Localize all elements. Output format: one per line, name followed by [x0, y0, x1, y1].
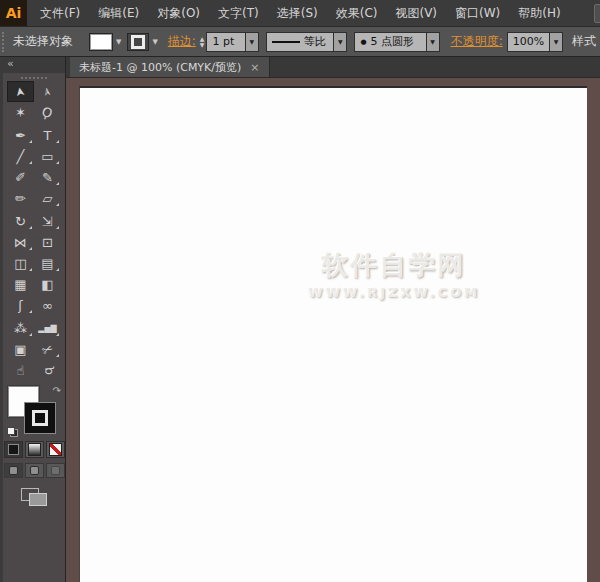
menu-item-2[interactable]: 编辑(E)	[89, 5, 148, 22]
scale-tool[interactable]: ⇲	[34, 211, 61, 232]
default-fill-stroke-icon[interactable]	[7, 427, 18, 437]
direct-selection-tool[interactable]: ➢	[34, 81, 61, 102]
fill-stroke-indicator: ↷	[3, 383, 65, 437]
document-tab-bar: 未标题-1 @ 100% (CMYK/预览) ×	[66, 57, 600, 78]
stroke-panel-link[interactable]: 描边:	[168, 33, 196, 50]
style-label: 样式	[572, 33, 596, 50]
blend-tool[interactable]: ∞	[34, 295, 61, 316]
eraser-tool-icon: ▱	[43, 191, 53, 206]
color-fill-icon	[8, 444, 19, 455]
panel-grip[interactable]	[2, 32, 8, 52]
blob-brush-tool[interactable]: ✏	[7, 188, 34, 209]
rotate-tool-icon: ↻	[15, 214, 26, 229]
menu-item-8[interactable]: 窗口(W)	[446, 5, 509, 22]
fill-color-control[interactable]: ▼	[89, 33, 121, 51]
mesh-tool-icon: ▦	[14, 277, 26, 292]
type-tool[interactable]: T	[34, 125, 61, 146]
slice-tool[interactable]: ✂	[34, 339, 61, 360]
document-tab[interactable]: 未标题-1 @ 100% (CMYK/预览) ×	[70, 57, 270, 77]
pencil-tool[interactable]: ✎	[34, 167, 61, 188]
column-graph-tool[interactable]: ▂▅▇	[34, 318, 61, 339]
document-tab-title: 未标题-1 @ 100% (CMYK/预览)	[79, 60, 241, 75]
mesh-tool[interactable]: ▦	[7, 274, 34, 295]
paintbrush-tool-icon: ✐	[15, 170, 26, 185]
menu-item-5[interactable]: 选择(S)	[268, 5, 327, 22]
paintbrush-tool[interactable]: ✐	[7, 167, 34, 188]
menu-item-1[interactable]: 文件(F)	[31, 5, 89, 22]
screen-mode-button[interactable]	[21, 488, 47, 506]
eyedropper-tool[interactable]: ʃ	[7, 295, 34, 316]
stroke-width-stepper[interactable]: ▲▼	[200, 36, 205, 48]
draw-normal-button[interactable]	[4, 463, 23, 478]
gradient-tool[interactable]: ◧	[34, 274, 61, 295]
type-tool-icon: T	[44, 128, 52, 143]
stroke-width-field[interactable]: 1 pt	[206, 32, 244, 52]
hand-tool[interactable]: ☝	[7, 360, 34, 381]
zoom-tool[interactable]: ɋ	[34, 360, 61, 381]
main-area: « ➤➢✶Ϙ✒T╱▭✐✎✏▱↻⇲⋈⊡◫▤▦◧ʃ∞⁂▂▅▇▣✂☝ɋ ↷	[0, 57, 600, 582]
width-profile-dropdown[interactable]: ▼	[333, 32, 347, 52]
artboard-canvas[interactable]: 软件自学网 WWW.RJZXW.COM	[79, 86, 587, 582]
width-tool[interactable]: ⋈	[7, 232, 34, 253]
opacity-dropdown[interactable]: ▼	[549, 32, 563, 52]
line-segment-tool[interactable]: ╱	[7, 146, 34, 167]
width-profile-field[interactable]: 等比	[266, 32, 334, 52]
menu-item-9[interactable]: 帮助(H)	[509, 5, 569, 22]
illustrator-window: Ai 文件(F)编辑(E)对象(O)文字(T)选择(S)效果(C)视图(V)窗口…	[0, 0, 600, 582]
pasteboard[interactable]: 软件自学网 WWW.RJZXW.COM	[66, 78, 600, 582]
brush-definition-field[interactable]: ● 5 点圆形	[354, 32, 425, 52]
bridge-button[interactable]: Br	[594, 4, 600, 23]
selection-tool[interactable]: ➤	[7, 81, 34, 102]
pen-tool[interactable]: ✒	[7, 125, 34, 146]
menu-item-6[interactable]: 效果(C)	[327, 5, 387, 22]
rectangle-tool[interactable]: ▭	[34, 146, 61, 167]
paint-none-button[interactable]	[46, 441, 65, 458]
stroke-proxy-swatch[interactable]	[24, 402, 56, 434]
gradient-icon	[28, 443, 41, 456]
close-icon[interactable]: ×	[250, 61, 259, 74]
draw-inside-button[interactable]	[46, 463, 65, 478]
document-area: 未标题-1 @ 100% (CMYK/预览) × 软件自学网 WWW.RJZXW…	[66, 57, 600, 582]
free-transform-tool-icon: ⊡	[42, 235, 53, 250]
selection-tool-icon: ➤	[13, 85, 29, 97]
watermark: 软件自学网 WWW.RJZXW.COM	[308, 248, 480, 300]
artboard-tool[interactable]: ▣	[7, 339, 34, 360]
brush-definition-label: 5 点圆形	[370, 34, 414, 49]
magic-wand-tool[interactable]: ✶	[7, 102, 34, 123]
draw-behind-button[interactable]	[25, 463, 44, 478]
chevron-down-icon[interactable]: ▼	[116, 38, 121, 46]
tools-panel-header: «	[3, 57, 65, 73]
collapse-panel-button[interactable]: «	[7, 57, 14, 70]
brush-definition-dropdown[interactable]: ▼	[426, 32, 440, 52]
menu-item-7[interactable]: 视图(V)	[386, 5, 446, 22]
panel-grip-dots[interactable]	[21, 77, 47, 79]
free-transform-tool[interactable]: ⊡	[34, 232, 61, 253]
opacity-field[interactable]: 100%	[507, 32, 549, 52]
width-tool-icon: ⋈	[14, 235, 27, 250]
stroke-color-swatch[interactable]	[127, 33, 149, 51]
menu-item-4[interactable]: 文字(T)	[209, 5, 268, 22]
hand-tool-icon: ☝	[17, 363, 25, 378]
paint-gradient-button[interactable]	[25, 441, 44, 458]
lasso-tool[interactable]: Ϙ	[34, 102, 61, 123]
opacity-panel-link[interactable]: 不透明度:	[451, 33, 503, 50]
fill-color-swatch[interactable]	[89, 33, 113, 51]
stroke-width-dropdown[interactable]: ▼	[245, 32, 259, 52]
eraser-tool[interactable]: ▱	[34, 188, 61, 209]
shape-builder-tool-icon: ◫	[14, 256, 26, 271]
rotate-tool[interactable]: ↻	[7, 211, 34, 232]
symbol-sprayer-tool[interactable]: ⁂	[7, 318, 34, 339]
menu-item-3[interactable]: 对象(O)	[148, 5, 209, 22]
stroke-profile-line-icon	[272, 41, 300, 43]
swap-fill-stroke-icon[interactable]: ↷	[53, 385, 61, 396]
chevron-down-icon[interactable]: ▼	[152, 38, 157, 46]
column-graph-tool-icon: ▂▅▇	[38, 324, 56, 333]
line-segment-tool-icon: ╱	[17, 149, 25, 164]
width-profile-label: 等比	[304, 34, 326, 49]
menu-bar: Ai 文件(F)编辑(E)对象(O)文字(T)选择(S)效果(C)视图(V)窗口…	[0, 0, 600, 27]
shape-builder-tool[interactable]: ◫	[7, 253, 34, 274]
scale-tool-icon: ⇲	[42, 214, 53, 229]
stroke-color-control[interactable]: ▼	[127, 33, 157, 51]
paint-color-button[interactable]	[4, 441, 23, 458]
perspective-grid-tool[interactable]: ▤	[34, 253, 61, 274]
